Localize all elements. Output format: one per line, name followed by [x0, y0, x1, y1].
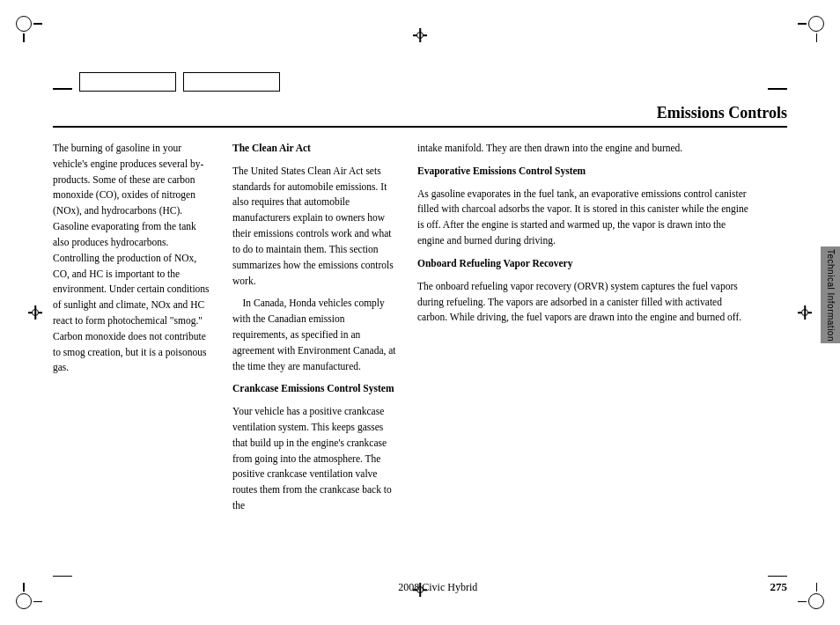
crosshair-right — [798, 305, 812, 320]
crosshair-top — [413, 28, 427, 42]
corner-mark-bl — [16, 585, 41, 609]
section2-heading: Crankcase Emissions Control System — [232, 381, 400, 397]
section3-body: As gasoline evaporates in the fuel tank,… — [417, 187, 752, 249]
page: Emissions Controls The burning of gasoli… — [0, 0, 840, 625]
title-rule — [53, 126, 787, 128]
edge-mark-right-top — [768, 88, 787, 90]
column-middle: The Clean Air Act The United States Clea… — [229, 141, 414, 555]
section1-heading: The Clean Air Act — [232, 141, 400, 157]
page-number: 275 — [770, 580, 788, 594]
edge-mark-left-bottom — [53, 576, 72, 577]
section1-body: The United States Clean Air Act sets sta… — [232, 164, 400, 290]
section2-continued: intake manifold. They are then drawn int… — [417, 141, 752, 157]
page-title: Emissions Controls — [53, 104, 787, 122]
column-left: The burning of gasoline in your vehicle'… — [53, 141, 229, 555]
tab-box-1[interactable] — [79, 72, 176, 92]
tab-boxes — [79, 72, 280, 92]
edge-mark-left-top — [53, 88, 72, 90]
section4-body: The onboard refueling vapor recovery (OR… — [417, 279, 752, 326]
section2-body: Your vehicle has a positive crankcase ve… — [232, 404, 400, 514]
edge-mark-right-bottom — [768, 576, 787, 577]
crosshair-left — [28, 305, 42, 320]
section4-heading: Onboard Refueling Vapor Recovery — [417, 256, 752, 272]
left-body-text: The burning of gasoline in your vehicle'… — [53, 141, 215, 376]
tab-box-2[interactable] — [183, 72, 280, 92]
sidebar-tab-label: Technical Information — [821, 246, 840, 343]
page-title-area: Emissions Controls — [53, 104, 787, 128]
section3-heading: Evaporative Emissions Control System — [417, 164, 752, 180]
corner-mark-tr — [799, 16, 824, 40]
footer-title: 2008 Civic Hybrid — [106, 581, 770, 594]
column-right: intake manifold. They are then drawn int… — [414, 141, 787, 555]
corner-mark-br — [799, 585, 824, 609]
section1-canada: In Canada, Honda vehicles comply with th… — [232, 296, 400, 374]
corner-mark-tl — [16, 16, 41, 40]
footer: 2008 Civic Hybrid 275 — [53, 580, 787, 594]
main-content: The burning of gasoline in your vehicle'… — [53, 141, 787, 555]
